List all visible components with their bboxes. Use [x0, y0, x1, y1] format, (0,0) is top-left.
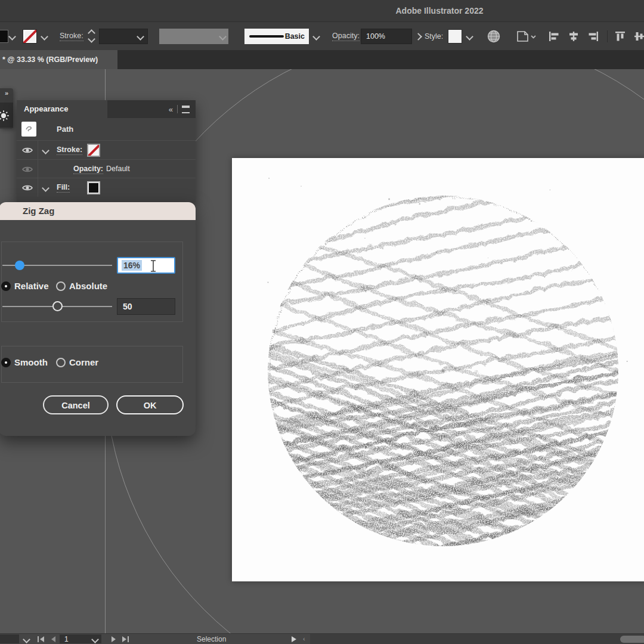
- eye-icon[interactable]: [22, 147, 33, 154]
- stroke-none-swatch[interactable]: [87, 144, 100, 157]
- chevron-down-icon[interactable]: [466, 33, 473, 41]
- zoom-dropdown-icon[interactable]: [23, 636, 30, 643]
- expand-panels-icon[interactable]: »: [0, 89, 13, 97]
- circle-center-anchor: [442, 370, 445, 373]
- appearance-row-stroke[interactable]: Stroke:: [17, 140, 196, 159]
- collapse-panel-icon[interactable]: «: [169, 105, 173, 114]
- document-tab-bar: * @ 33.33 % (RGB/Preview): [0, 50, 644, 69]
- panel-dock-tile[interactable]: [0, 103, 13, 128]
- align-vertical-center-icon[interactable]: [633, 30, 644, 42]
- status-bar: 1 Selection ‹: [0, 633, 644, 644]
- fill-black-swatch[interactable]: [87, 181, 100, 194]
- opacity-field[interactable]: 100%: [361, 29, 412, 44]
- opacity-label[interactable]: Opacity:: [332, 32, 360, 41]
- eye-icon-dimmed[interactable]: [22, 166, 33, 173]
- header-divider: [177, 105, 178, 113]
- previous-artboard-icon[interactable]: [50, 636, 56, 642]
- size-input[interactable]: 16%: [117, 257, 175, 274]
- appearance-panel-header: Appearance «: [17, 100, 196, 118]
- absolute-radio[interactable]: [56, 281, 66, 291]
- appearance-panel-icon: [0, 109, 10, 122]
- fill-color-swatch[interactable]: [0, 30, 8, 43]
- appearance-row-path[interactable]: Path: [17, 118, 196, 140]
- style-label: Style:: [425, 32, 443, 41]
- opacity-row-label[interactable]: Opacity:: [73, 165, 103, 174]
- illustrator-window: Adobe Illustrator 2022 Stroke: Basic Opa…: [0, 0, 644, 644]
- align-horizontal-right-icon[interactable]: [587, 30, 599, 42]
- align-vertical-top-icon[interactable]: [614, 30, 626, 42]
- appearance-row-fill[interactable]: Fill:: [17, 178, 196, 197]
- brush-name: Basic: [285, 32, 305, 41]
- none-slash-icon: [87, 144, 100, 157]
- chevron-down-icon[interactable]: [41, 33, 48, 41]
- path-row-label: Path: [57, 125, 73, 134]
- window-title: Adobe Illustrator 2022: [395, 6, 483, 16]
- brush-stroke-preview: [249, 35, 284, 38]
- corner-label[interactable]: Corner: [69, 357, 98, 367]
- stroke-color-none-swatch[interactable]: [23, 29, 37, 44]
- toolbar-separator: [607, 30, 608, 42]
- stroke-weight-step-down-icon[interactable]: [88, 35, 95, 43]
- size-input-selected-text: 16%: [122, 260, 142, 271]
- zoom-level-field[interactable]: [0, 634, 19, 643]
- zigzag-dialog: Zig Zag 16% Relative Absolute 50 Smooth …: [0, 202, 196, 436]
- document-tab[interactable]: * @ 33.33 % (RGB/Preview): [0, 50, 117, 69]
- window-title-bar: Adobe Illustrator 2022: [0, 0, 644, 21]
- chevron-down-icon: [137, 33, 144, 41]
- stroke-row-label[interactable]: Stroke:: [57, 145, 82, 155]
- brush-definition-dropdown[interactable]: Basic: [244, 29, 309, 44]
- ridges-slider-knob[interactable]: [52, 301, 63, 311]
- align-horizontal-center-icon[interactable]: [568, 30, 580, 42]
- status-menu-icon[interactable]: [291, 636, 297, 642]
- stroke-weight-dropdown[interactable]: [99, 29, 148, 44]
- first-artboard-icon[interactable]: [37, 636, 45, 642]
- style-swatch[interactable]: [448, 29, 462, 44]
- ibeam-cursor-icon: [149, 259, 157, 273]
- chevron-down-icon[interactable]: [8, 33, 16, 41]
- opacity-expand-icon[interactable]: [414, 33, 422, 41]
- last-artboard-icon[interactable]: [122, 636, 130, 642]
- appearance-row-opacity[interactable]: Opacity: Default: [17, 159, 196, 178]
- status-text[interactable]: Selection: [197, 635, 226, 643]
- ridges-input[interactable]: 50: [117, 298, 175, 315]
- cancel-button[interactable]: Cancel: [43, 395, 109, 414]
- artboard-number-field[interactable]: 1: [60, 634, 101, 643]
- artboard-number: 1: [64, 635, 69, 643]
- chevron-down-icon[interactable]: [312, 33, 320, 41]
- none-slash-icon: [23, 29, 37, 44]
- absolute-label[interactable]: Absolute: [69, 281, 107, 291]
- artboard[interactable]: [232, 158, 644, 581]
- expand-row-icon[interactable]: [42, 147, 49, 154]
- dialog-title[interactable]: Zig Zag: [0, 202, 196, 220]
- stroke-label[interactable]: Stroke:: [60, 32, 83, 41]
- collapsed-panel-dock: »: [0, 88, 13, 129]
- publish-online-globe-icon[interactable]: [487, 29, 501, 44]
- horizontal-scrollbar-thumb[interactable]: [620, 636, 644, 643]
- next-artboard-icon[interactable]: [111, 636, 117, 642]
- chevron-down-icon: [219, 33, 227, 41]
- path-scribble-icon: [21, 122, 36, 137]
- appearance-panel: Appearance « Path Stroke:: [17, 100, 196, 202]
- corner-radio[interactable]: [56, 358, 66, 367]
- smooth-label[interactable]: Smooth: [14, 357, 48, 367]
- horizontal-scrollbar[interactable]: ‹: [310, 634, 644, 644]
- width-profile-dropdown[interactable]: [159, 29, 228, 44]
- path-thumbnail: [21, 122, 36, 137]
- opacity-row-value: Default: [106, 165, 130, 174]
- ok-button[interactable]: OK: [116, 395, 184, 414]
- smooth-radio[interactable]: [1, 358, 11, 367]
- document-setup-icon[interactable]: [514, 29, 538, 44]
- relative-radio[interactable]: [1, 281, 11, 291]
- scroll-left-icon[interactable]: ‹: [303, 635, 305, 642]
- panel-menu-icon[interactable]: [182, 106, 190, 113]
- control-bar: Stroke: Basic Opacity: 100% Style:: [0, 21, 644, 50]
- relative-label[interactable]: Relative: [14, 281, 49, 291]
- fill-row-label[interactable]: Fill:: [57, 183, 70, 193]
- artboard-dropdown-icon[interactable]: [91, 636, 99, 643]
- align-horizontal-left-icon[interactable]: [548, 30, 560, 42]
- eye-icon[interactable]: [22, 184, 33, 191]
- pencil-scribble-circle-artwork[interactable]: [232, 158, 644, 581]
- appearance-panel-tab[interactable]: Appearance: [17, 100, 107, 118]
- expand-row-icon[interactable]: [42, 184, 49, 192]
